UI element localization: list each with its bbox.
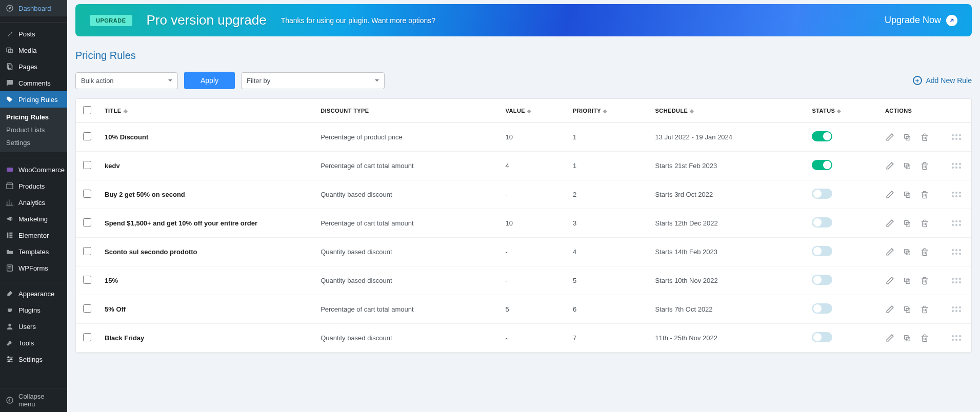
sidebar-sub-product-lists[interactable]: Product Lists [0, 123, 67, 136]
bulk-action-select[interactable]: Bulk action [75, 72, 178, 89]
upgrade-now-button[interactable]: Upgrade Now [885, 15, 957, 26]
edit-icon[interactable] [885, 161, 894, 171]
status-toggle[interactable] [812, 275, 832, 285]
delete-icon[interactable] [920, 190, 929, 199]
sort-icon[interactable]: ◆ [124, 108, 128, 114]
delete-icon[interactable] [920, 305, 929, 314]
row-checkbox[interactable] [83, 161, 91, 169]
sidebar-item-pricing-rules[interactable]: Pricing Rules [0, 91, 67, 108]
sidebar-item-elementor[interactable]: Elementor [0, 227, 67, 243]
sidebar-item-appearance[interactable]: Appearance [0, 285, 67, 302]
cell-status [806, 180, 879, 209]
status-toggle[interactable] [812, 332, 832, 342]
delete-icon[interactable] [920, 219, 929, 228]
duplicate-icon[interactable] [903, 133, 912, 142]
status-toggle[interactable] [812, 189, 832, 199]
drag-handle-icon[interactable] [952, 306, 964, 312]
sidebar-item-marketing[interactable]: Marketing [0, 211, 67, 227]
sort-icon[interactable]: ◆ [527, 108, 531, 114]
drag-handle-icon[interactable] [952, 134, 964, 140]
delete-icon[interactable] [920, 161, 929, 171]
drag-handle-icon[interactable] [952, 249, 964, 255]
wrench-icon [5, 338, 14, 347]
edit-icon[interactable] [885, 190, 894, 199]
sort-icon[interactable]: ◆ [603, 108, 607, 114]
duplicate-icon[interactable] [903, 276, 912, 285]
row-checkbox[interactable] [83, 132, 91, 140]
sidebar-item-dashboard[interactable]: Dashboard [0, 0, 67, 16]
cell-value: - [499, 266, 567, 295]
duplicate-icon[interactable] [903, 161, 912, 171]
cell-type: Percentage of cart total amount [314, 209, 499, 238]
sidebar-item-templates[interactable]: Templates [0, 243, 67, 260]
analytics-icon [5, 198, 14, 207]
sidebar-item-plugins[interactable]: Plugins [0, 302, 67, 318]
sidebar-item-tools[interactable]: Tools [0, 335, 67, 351]
sidebar-item-settings[interactable]: Settings [0, 351, 67, 367]
cell-value: 5 [499, 295, 567, 324]
collapse-icon [5, 396, 14, 405]
row-checkbox[interactable] [83, 218, 91, 226]
filter-select[interactable]: Filter by [241, 72, 385, 89]
sidebar-item-wpforms[interactable]: WPForms [0, 260, 67, 276]
sidebar-sub-settings[interactable]: Settings [0, 136, 67, 149]
edit-icon[interactable] [885, 305, 894, 314]
add-new-rule-button[interactable]: + Add New Rule [913, 76, 972, 85]
sort-icon[interactable]: ◆ [837, 108, 841, 114]
duplicate-icon[interactable] [903, 248, 912, 257]
status-toggle[interactable] [812, 246, 832, 256]
drag-handle-icon[interactable] [952, 192, 964, 197]
sidebar-sub-pricing-rules[interactable]: Pricing Rules [0, 111, 67, 123]
sidebar-item-label: Settings [18, 356, 43, 363]
delete-icon[interactable] [920, 133, 929, 142]
apply-button[interactable]: Apply [184, 72, 235, 89]
edit-icon[interactable] [885, 133, 894, 142]
cell-actions [879, 180, 971, 209]
svg-rect-8 [7, 184, 13, 189]
plus-circle-icon: + [913, 76, 922, 85]
drag-handle-icon[interactable] [952, 335, 964, 341]
cell-priority: 4 [567, 238, 649, 266]
sidebar-item-woocommerce[interactable]: WooCommerce [0, 161, 67, 178]
sidebar-item-comments[interactable]: Comments [0, 75, 67, 91]
sidebar-item-analytics[interactable]: Analytics [0, 194, 67, 211]
drag-handle-icon[interactable] [952, 163, 964, 169]
duplicate-icon[interactable] [903, 190, 912, 199]
edit-icon[interactable] [885, 248, 894, 257]
row-checkbox[interactable] [83, 304, 91, 313]
delete-icon[interactable] [920, 334, 929, 343]
row-checkbox[interactable] [83, 247, 91, 255]
plug-icon [5, 305, 14, 315]
collapse-menu[interactable]: Collapse menu [0, 388, 67, 412]
drag-handle-icon[interactable] [952, 278, 964, 283]
sidebar-item-label: Posts [18, 30, 35, 38]
duplicate-icon[interactable] [903, 334, 912, 343]
edit-icon[interactable] [885, 219, 894, 228]
select-all-checkbox[interactable] [83, 106, 91, 114]
sidebar-item-media[interactable]: Media [0, 42, 67, 58]
status-toggle[interactable] [812, 217, 832, 228]
elementor-icon [5, 231, 14, 240]
cell-type: Quantity based discount [314, 324, 499, 353]
sidebar-item-posts[interactable]: Posts [0, 26, 67, 42]
edit-icon[interactable] [885, 334, 894, 343]
sidebar-item-products[interactable]: Products [0, 178, 67, 194]
banner-text: Thanks for using our plugin. Want more o… [281, 16, 435, 25]
duplicate-icon[interactable] [903, 219, 912, 228]
delete-icon[interactable] [920, 276, 929, 285]
sort-icon[interactable]: ◆ [690, 108, 694, 114]
delete-icon[interactable] [920, 248, 929, 257]
status-toggle[interactable] [812, 131, 832, 141]
row-checkbox[interactable] [83, 333, 91, 341]
sidebar-item-pages[interactable]: Pages [0, 58, 67, 75]
edit-icon[interactable] [885, 276, 894, 285]
row-checkbox[interactable] [83, 276, 91, 284]
duplicate-icon[interactable] [903, 305, 912, 314]
row-checkbox[interactable] [83, 190, 91, 198]
status-toggle[interactable] [812, 160, 832, 170]
status-toggle[interactable] [812, 303, 832, 314]
drag-handle-icon[interactable] [952, 220, 964, 226]
sidebar-item-users[interactable]: Users [0, 318, 67, 335]
svg-rect-12 [9, 237, 12, 238]
arrow-up-right-icon [946, 15, 957, 26]
